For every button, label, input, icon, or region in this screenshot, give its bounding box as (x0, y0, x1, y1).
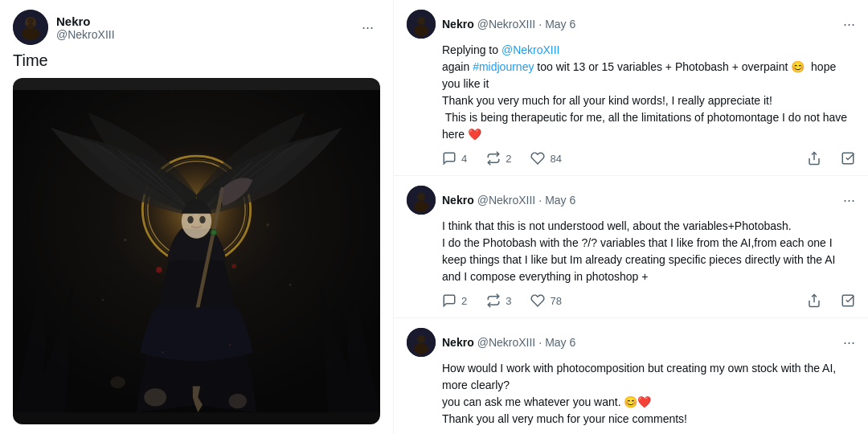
retweet-icon (486, 151, 501, 166)
tweet-1-bookmark-button[interactable] (841, 151, 855, 166)
tweet-3-avatar[interactable] (407, 328, 436, 357)
tweet-2: Nekro @NekroXIII · May 6 ··· I think tha… (394, 176, 868, 318)
tweet-1-body: Replying to @NekroXIII again #midjourney… (407, 42, 855, 143)
profile-header: Nekro @NekroXIII ··· (13, 10, 380, 45)
svg-point-12 (187, 216, 193, 223)
svg-point-18 (124, 239, 127, 242)
tweet-1-reply-button[interactable]: 4 (442, 151, 467, 166)
tweet-2-like-button[interactable]: 78 (530, 293, 561, 308)
tweet-1: Nekro @NekroXIII · May 6 ··· Replying to… (394, 0, 868, 176)
tweet-3-date: May 6 (545, 336, 575, 349)
svg-point-25 (231, 264, 236, 268)
username[interactable]: @NekroXIII (56, 28, 115, 41)
heart-icon-2 (530, 293, 545, 308)
svg-point-23 (229, 344, 231, 346)
tweet-2-header: Nekro @NekroXIII · May 6 ··· (407, 186, 855, 215)
tweet-1-actions: 4 2 84 (407, 151, 855, 166)
left-panel: Nekro @NekroXIII ··· Time (0, 0, 394, 434)
tweet-1-share-button[interactable] (807, 151, 821, 166)
reply-to-link[interactable]: @NekroXIII (502, 43, 560, 56)
tweet-1-reply-count: 4 (461, 153, 467, 165)
svg-point-29 (417, 17, 425, 25)
avatar[interactable] (13, 10, 48, 45)
tweet-2-share-button[interactable] (807, 293, 821, 308)
svg-point-4 (27, 18, 34, 24)
tweet-2-retweet-button[interactable]: 3 (486, 293, 511, 308)
tweet-3-header: Nekro @NekroXIII · May 6 ··· (407, 328, 855, 357)
tweet-2-actions: 2 3 78 (407, 293, 855, 308)
tweet-1-meta: Nekro @NekroXIII · May 6 (442, 18, 837, 31)
tweet-2-meta: Nekro @NekroXIII · May 6 (442, 194, 837, 207)
svg-point-13 (199, 216, 205, 223)
tweet-3: Nekro @NekroXIII · May 6 ··· How would I… (394, 318, 868, 434)
tweet-2-body: I think that this is not understood well… (407, 218, 855, 285)
tweet-2-reply-button[interactable]: 2 (442, 293, 467, 308)
svg-point-40 (414, 343, 428, 354)
tweet-3-meta: Nekro @NekroXIII · May 6 (442, 336, 837, 349)
tweet-1-name[interactable]: Nekro (442, 18, 474, 31)
tweet-1-like-button[interactable]: 84 (530, 151, 561, 166)
tweet-2-avatar[interactable] (407, 186, 436, 215)
svg-rect-32 (842, 153, 854, 164)
tweet-3-more-button[interactable]: ··· (843, 334, 855, 351)
share-icon (807, 151, 821, 166)
svg-point-19 (266, 223, 269, 227)
more-options-button[interactable]: ··· (355, 16, 380, 39)
svg-rect-37 (842, 295, 854, 306)
heart-icon (530, 151, 545, 166)
tweet-2-retweet-count: 3 (506, 295, 511, 307)
tweet-3-handle[interactable]: @NekroXIII (477, 336, 536, 349)
retweet-icon-2 (486, 293, 501, 308)
tweet-2-name[interactable]: Nekro (442, 194, 474, 207)
tweet-2-like-count: 78 (550, 295, 561, 307)
bookmark-icon (841, 151, 855, 166)
tweet-1-date: May 6 (545, 18, 575, 31)
svg-rect-5 (27, 24, 34, 29)
tweet-3-name[interactable]: Nekro (442, 336, 474, 349)
profile-names: Nekro @NekroXIII (56, 14, 115, 41)
svg-point-15 (144, 388, 166, 406)
tweet-1-header: Nekro @NekroXIII · May 6 ··· (407, 10, 855, 39)
tweet-1-handle[interactable]: @NekroXIII (477, 18, 536, 31)
reply-icon-2 (442, 293, 457, 308)
tweet-2-bookmark-button[interactable] (841, 293, 855, 308)
svg-point-27 (211, 230, 216, 235)
svg-point-2 (22, 27, 39, 40)
tweet-1-retweet-button[interactable]: 2 (486, 151, 511, 166)
right-panel: Nekro @NekroXIII · May 6 ··· Replying to… (394, 0, 868, 434)
svg-point-22 (162, 351, 164, 354)
svg-point-17 (110, 376, 125, 388)
bookmark-icon-2 (841, 293, 855, 308)
tweet-1-more-button[interactable]: ··· (843, 16, 855, 33)
svg-point-35 (414, 201, 428, 212)
reply-to-label: Replying to (442, 43, 502, 56)
tweet-1-avatar[interactable] (407, 10, 436, 39)
tweet-1-retweet-count: 2 (506, 153, 511, 165)
post-title: Time (13, 51, 380, 70)
tweet-3-body: How would I work with photocomposition b… (407, 360, 855, 428)
display-name[interactable]: Nekro (56, 14, 115, 28)
svg-point-34 (417, 193, 425, 201)
tweet-2-reply-count: 2 (461, 295, 467, 307)
reply-icon (442, 151, 457, 166)
svg-point-20 (102, 299, 104, 301)
tweet-2-date: May 6 (545, 194, 575, 207)
tweet-2-handle[interactable]: @NekroXIII (477, 194, 536, 207)
tweet-1-like-count: 84 (550, 153, 561, 165)
tweet-2-more-button[interactable]: ··· (843, 192, 855, 209)
hashtag-midjourney[interactable]: #midjourney (473, 60, 534, 73)
svg-point-30 (414, 25, 428, 36)
share-icon-2 (807, 293, 821, 308)
post-image (13, 78, 380, 424)
svg-point-39 (417, 335, 425, 343)
svg-point-24 (156, 267, 162, 272)
svg-point-21 (289, 284, 292, 286)
svg-point-16 (229, 394, 247, 409)
